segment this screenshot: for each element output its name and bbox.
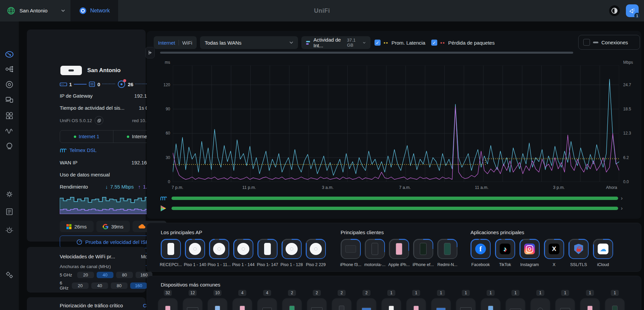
common-device-tile[interactable] — [580, 298, 600, 310]
wan-select-dropdown[interactable]: Todas las WANs — [200, 36, 298, 49]
chart-horizontal-scrollbar[interactable] — [160, 52, 573, 54]
common-device-tile[interactable] — [381, 298, 401, 310]
device-count-badge: 1 — [561, 290, 569, 296]
latency-chart-svg — [173, 65, 619, 182]
common-device-tile[interactable] — [332, 298, 352, 310]
channel-width-chip-80[interactable]: 80 — [116, 272, 133, 278]
gateway-device-image — [60, 66, 82, 75]
tab-wifi[interactable]: WiFi — [182, 40, 192, 46]
device-count-badge: 32 — [164, 290, 172, 296]
channel-width-chip-80[interactable]: 80 — [111, 282, 128, 289]
sidebar-item-system-log[interactable] — [5, 207, 14, 216]
clients-tile[interactable] — [437, 239, 457, 259]
common-device-tile[interactable] — [605, 298, 625, 310]
sidebar-item-settings[interactable] — [5, 190, 14, 199]
common-device-tile[interactable] — [431, 298, 451, 310]
aps-tile[interactable] — [185, 239, 205, 259]
common-device-tile[interactable] — [183, 298, 203, 310]
device-count-badge: 4 — [238, 290, 246, 296]
common-device-tile[interactable] — [232, 298, 252, 310]
common-device-tile[interactable] — [481, 298, 501, 310]
aps-tile[interactable] — [161, 239, 181, 259]
right-axis-unit: Mbps — [623, 60, 633, 65]
network-app-icon — [79, 7, 87, 15]
apps-tile[interactable]: ☁ — [593, 239, 613, 259]
common-device-tile[interactable] — [356, 298, 377, 310]
globe-icon — [7, 6, 15, 15]
toggle-packet-loss[interactable]: ✓ •• Pérdida de paquetes — [431, 36, 495, 49]
common-device-tile[interactable] — [456, 298, 476, 310]
sidebar-item-admins[interactable] — [5, 270, 14, 279]
latency-chart-plot[interactable] — [173, 65, 619, 182]
latency-chip-microsoft[interactable]: 26ms — [60, 221, 94, 232]
theme-toggle-button[interactable] — [609, 5, 620, 16]
common-device-tile[interactable] — [282, 298, 302, 310]
channel-width-chip-20[interactable]: 20 — [77, 272, 94, 278]
common-device-tile[interactable] — [530, 298, 550, 310]
activity-metric-dropdown[interactable]: Actividad de Int... 37.1 GB — [301, 36, 370, 49]
collapse-sidebar-button[interactable] — [145, 47, 155, 58]
aps-tile[interactable] — [233, 239, 253, 259]
switch-icon — [89, 81, 95, 87]
download-arrow-icon: ↓ — [105, 184, 108, 190]
clients-tile[interactable] — [413, 239, 433, 259]
camera-image — [538, 308, 543, 310]
clients-tile[interactable] — [389, 239, 409, 259]
sidebar-item-dashboard[interactable] — [5, 50, 14, 59]
clients-tile[interactable] — [365, 239, 385, 259]
tab-network[interactable]: Network — [70, 0, 118, 21]
connections-checkbox[interactable] — [583, 39, 590, 46]
contrast-icon — [611, 7, 618, 14]
copy-os-version-button[interactable] — [95, 116, 103, 125]
router-image — [560, 308, 570, 310]
apps-tile[interactable]: f — [470, 239, 491, 259]
apps-tile[interactable] — [568, 239, 589, 259]
site-switcher[interactable]: San Antonio — [7, 0, 65, 21]
uptime-bar-green — [171, 207, 618, 210]
tab-internet[interactable]: Internet — [158, 40, 175, 46]
sidebar-item-topology[interactable] — [5, 64, 14, 74]
sidebar-item-insights[interactable] — [5, 142, 14, 151]
y-tick-left: 30 — [166, 155, 170, 160]
aps-tile[interactable] — [282, 239, 302, 259]
latency-chip-google[interactable]: 39ms — [96, 221, 130, 232]
aps-tile[interactable] — [306, 239, 326, 259]
announcements-button[interactable]: 1 — [626, 4, 639, 17]
phone-image — [420, 243, 427, 255]
common-device-tile[interactable] — [406, 298, 426, 310]
packet-loss-checkbox[interactable]: ✓ — [431, 40, 437, 46]
tab-internet-1[interactable]: Internet 1 — [60, 131, 113, 143]
channel-width-chip-160[interactable]: 160 — [130, 282, 147, 289]
sidebar-item-clients[interactable] — [5, 95, 14, 104]
common-device-tile[interactable] — [158, 298, 178, 310]
aps-tile[interactable] — [257, 239, 278, 259]
chevron-right-icon[interactable]: › — [621, 195, 623, 201]
sidebar-item-notifications[interactable] — [5, 225, 14, 235]
channel-width-chip-20[interactable]: 20 — [72, 282, 89, 289]
common-device-tile[interactable] — [505, 298, 526, 310]
apps-tile[interactable] — [519, 239, 540, 259]
channel-width-chip-40[interactable]: 40 — [97, 272, 113, 278]
unifi-dashboard: San Antonio Network UniFi — [0, 0, 644, 310]
y-tick-right: 18.5 — [623, 107, 631, 111]
facebook-icon: f — [475, 244, 486, 254]
sidebar-item-unifi-devices[interactable] — [5, 80, 14, 89]
chevron-right-icon[interactable]: › — [621, 205, 623, 211]
device-count-badge: 2 — [362, 290, 370, 296]
sidebar-item-radios[interactable] — [5, 126, 14, 136]
sidebar-item-networks[interactable] — [5, 111, 14, 120]
channel-width-chip-40[interactable]: 40 — [91, 282, 108, 289]
common-device-tile[interactable] — [307, 298, 327, 310]
device-count-badge: 1 — [412, 290, 420, 296]
common-device-tile[interactable] — [207, 298, 228, 310]
apps-tile[interactable]: X — [544, 239, 564, 259]
phone-image — [587, 306, 593, 310]
avg-latency-checkbox[interactable]: ✓ — [375, 40, 381, 46]
toggle-avg-latency[interactable]: ✓ •• Prom. Latencia — [375, 36, 425, 49]
toggle-connections[interactable]: Conexiones — [578, 35, 640, 50]
clients-tile[interactable] — [341, 239, 361, 259]
aps-tile[interactable] — [209, 239, 229, 259]
common-device-tile[interactable] — [257, 298, 277, 310]
apps-tile[interactable]: ♪ — [495, 239, 515, 259]
common-device-tile[interactable] — [555, 298, 575, 310]
